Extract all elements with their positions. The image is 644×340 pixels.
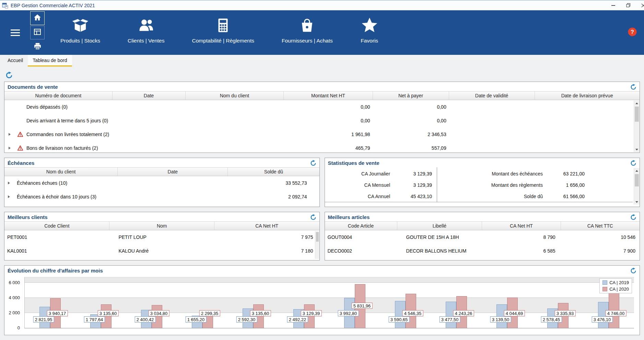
panel-echeances: Échéances Nom du client Date Solde dû Éc… xyxy=(4,158,320,207)
table-row[interactable]: Commandes non livrées totalement (2) 1 9… xyxy=(4,127,640,141)
refresh-echeances-button[interactable] xyxy=(310,160,316,166)
legend-label: CA | 2019 xyxy=(609,280,629,285)
y-tick-label: 4 000 xyxy=(4,295,20,300)
stat-value: 63 221,00 xyxy=(543,171,585,177)
bar-value-2019: 3 476,10 xyxy=(592,316,613,323)
refresh-clients-button[interactable] xyxy=(310,214,316,220)
stat-label: Montant des règlements xyxy=(437,182,543,188)
montant-net-ht: 465,79 xyxy=(284,145,373,151)
scrollbar-thumb[interactable] xyxy=(635,174,639,186)
bar-chart: 0 2 000 4 000 6 000 CA | 2019 CA | 2020 … xyxy=(24,277,634,328)
column-header: Libellé xyxy=(397,222,482,230)
net-a-payer: 2 346,53 xyxy=(373,132,449,137)
montant-net-ht: 0,00 xyxy=(284,118,373,123)
legend-swatch-2020 xyxy=(602,287,607,291)
warning-icon xyxy=(17,132,26,137)
main-navbar: Produits | Stocks Clients | Ventes xyxy=(0,10,644,55)
table-row[interactable]: Bons de livraison non facturés (2) 465,7… xyxy=(4,141,640,153)
nav-item-clients-ventes[interactable]: Clients | Ventes xyxy=(114,10,178,55)
refresh-documents-button[interactable] xyxy=(630,84,636,90)
scroll-down-icon[interactable] xyxy=(634,147,640,152)
bar-group: 2 821,953 940,17 xyxy=(25,277,75,328)
scroll-up-icon[interactable] xyxy=(634,100,640,106)
nav-item-comptabilite-reglements[interactable]: Comptabilité | Règlements xyxy=(178,10,268,55)
bar-value-2020: 4 243,26 xyxy=(453,310,474,316)
ca-net-ttc: 7 900 xyxy=(561,248,640,254)
app-icon xyxy=(2,2,8,9)
panel-title: Évolution du chiffre d'affaires par mois xyxy=(8,268,103,274)
column-header: Code Article xyxy=(325,222,397,230)
code-article: DECO0002 xyxy=(325,248,397,254)
bar-value-2019: 3 590,65 xyxy=(389,316,410,323)
legend-swatch-2019 xyxy=(602,280,607,285)
bar-group: 2 492,223 129,39 xyxy=(279,277,329,328)
hamburger-icon xyxy=(11,29,20,36)
net-a-payer: 0,00 xyxy=(373,104,449,110)
table-row[interactable]: Échéances à échoir dans 10 jours (3) 2 0… xyxy=(4,190,319,204)
column-header: Nom du client xyxy=(4,168,118,176)
bar-value-2019: 2 592,30 xyxy=(236,316,257,323)
menu-button[interactable] xyxy=(0,10,30,55)
home-button[interactable] xyxy=(30,11,45,25)
refresh-statistiques-button[interactable] xyxy=(630,160,636,166)
restore-button[interactable] xyxy=(621,0,636,10)
expand-arrow-icon[interactable] xyxy=(8,195,17,198)
tab-accueil[interactable]: Accueil xyxy=(3,55,28,66)
scrollbar-thumb[interactable] xyxy=(316,232,319,242)
scrollbar-thumb[interactable] xyxy=(635,107,639,122)
scroll-up-icon[interactable] xyxy=(634,168,640,173)
clients-scrollbar[interactable] xyxy=(315,231,319,259)
table-row[interactable]: Échéances échues (10) 33 552,73 xyxy=(4,176,319,190)
nav-item-produits-stocks[interactable]: Produits | Stocks xyxy=(47,10,114,55)
y-tick-label: 2 000 xyxy=(4,311,20,315)
panel-title: Statistiques de vente xyxy=(328,160,379,166)
table-icon xyxy=(33,28,42,37)
table-row[interactable]: DECO0002 DECOR BALLONS HELIUM 6 585 7 90… xyxy=(325,244,640,258)
scroll-down-icon[interactable] xyxy=(634,199,640,205)
tab-tableau-de-bord[interactable]: Tableau de bord xyxy=(28,55,72,66)
dashboard-grid-button[interactable] xyxy=(30,26,45,39)
help-button[interactable]: ? xyxy=(628,27,637,38)
table-row[interactable]: Devis dépassés (0) 0,00 0,00 xyxy=(4,100,640,114)
code-client: KAL0001 xyxy=(4,248,109,254)
bar-group: 3 992,805 831,96 xyxy=(329,277,380,328)
column-header: CA Net TTC xyxy=(561,222,640,230)
panel-statistiques-de-vente: Statistiques de vente CA Journalier 3 12… xyxy=(325,158,640,207)
box-icon xyxy=(71,15,89,36)
stats-body: CA Journalier 3 129,39 CA Mensuel 3 129,… xyxy=(325,167,633,202)
stat-value: 3 129,39 xyxy=(390,182,437,188)
row-label: Échéances à échoir dans 10 jours (3) xyxy=(17,194,96,199)
column-header: Code Client xyxy=(4,222,109,230)
stat-label: Montant des échéances xyxy=(437,171,543,177)
expand-arrow-icon[interactable] xyxy=(9,147,17,149)
table-row[interactable]: GOUT0004 GOUTER DE 15H A 18H 8 790 10 54… xyxy=(325,230,640,244)
stats-scrollbar[interactable] xyxy=(634,168,640,205)
solde-du: 33 552,73 xyxy=(228,180,319,186)
nav-item-fournisseurs-achats[interactable]: Fournisseurs | Achats xyxy=(268,10,347,55)
clients-table-header: Code Client Nom CA Net HT xyxy=(4,221,319,230)
bar-value-2020: 3 034,80 xyxy=(149,310,169,316)
expand-arrow-icon[interactable] xyxy=(9,133,17,136)
expand-arrow-icon[interactable] xyxy=(8,182,17,184)
people-icon xyxy=(137,15,155,36)
net-a-payer: 557,09 xyxy=(373,145,449,151)
print-button[interactable] xyxy=(30,40,45,54)
tabstrip: Accueil Tableau de bord xyxy=(0,55,644,66)
legend-label: CA | 2020 xyxy=(609,287,629,292)
bar-value-2020: 3 135,60 xyxy=(98,310,119,316)
documents-scrollbar[interactable] xyxy=(634,100,640,152)
nav-item-favoris[interactable]: Favoris xyxy=(347,10,393,55)
table-row[interactable]: KAL0001 KALOU André 7 180 xyxy=(4,244,319,258)
minimize-button[interactable] xyxy=(606,0,621,10)
close-button[interactable] xyxy=(636,0,644,10)
panel-title: Échéances xyxy=(8,160,34,166)
refresh-chart-button[interactable] xyxy=(630,268,636,274)
stat-row: Montant des règlements 1 656,00 xyxy=(437,179,633,191)
row-label: Bons de livraison non facturés (2) xyxy=(26,145,98,151)
table-row[interactable]: Devis arrivant à terme dans 5 jours (0) … xyxy=(4,114,640,127)
refresh-articles-button[interactable] xyxy=(630,214,636,220)
libelle: GOUTER DE 15H A 18H xyxy=(397,234,482,240)
table-row[interactable]: PET0001 PETIT LOUP 7 975 xyxy=(4,230,319,244)
row-label: Devis arrivant à terme dans 5 jours (0) xyxy=(26,118,108,123)
refresh-all-button[interactable] xyxy=(5,72,13,79)
